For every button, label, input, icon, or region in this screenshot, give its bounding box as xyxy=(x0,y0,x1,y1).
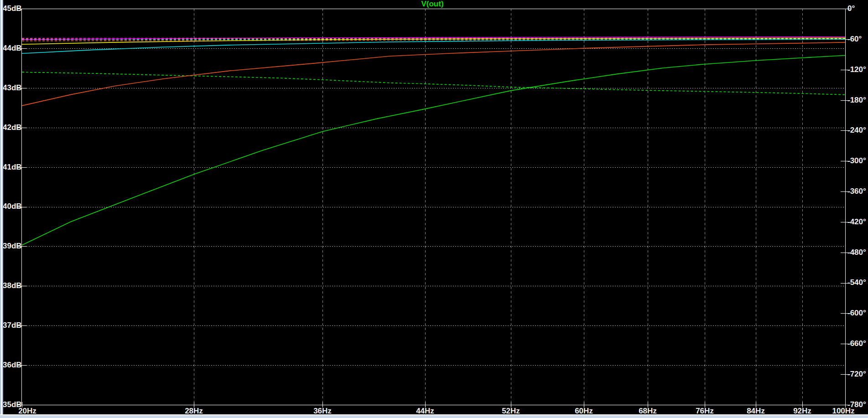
trace-gain-red xyxy=(22,42,845,106)
left-axis-label: 39dB xyxy=(3,242,30,250)
right-axis-label: -480° xyxy=(847,248,868,257)
plot-area[interactable] xyxy=(0,0,868,418)
right-axis-label: -540° xyxy=(847,279,868,287)
trace-gain-cyan xyxy=(22,39,845,53)
right-axis-label: -180° xyxy=(847,96,868,104)
left-axis-label: 43dB xyxy=(3,84,30,92)
left-axis-label: 36dB xyxy=(3,361,30,369)
right-axis-label: -720° xyxy=(847,370,868,378)
trace-legend-title[interactable]: V(out) xyxy=(421,0,443,8)
right-axis-label: -600° xyxy=(847,309,868,317)
left-axis-label: 38dB xyxy=(3,282,30,290)
right-axis-label: -120° xyxy=(847,66,868,74)
plot-pane: V(out) 45dB 44dB 43dB 42dB 41dB 40dB 39d… xyxy=(0,0,868,418)
left-axis-label: 40dB xyxy=(3,202,30,211)
left-axis-label: 44dB xyxy=(3,44,30,52)
right-axis-label: -60° xyxy=(847,35,868,43)
right-axis-label: -360° xyxy=(847,187,868,196)
right-axis-label: 0° xyxy=(847,5,868,13)
left-axis-label: 45dB xyxy=(3,5,30,13)
right-axis-label: -240° xyxy=(847,126,868,134)
right-axis-label: -300° xyxy=(847,157,868,165)
left-axis-label: 42dB xyxy=(3,124,30,132)
window-border-bottom xyxy=(0,414,868,418)
right-axis-label: -660° xyxy=(847,340,868,348)
left-axis-label: 41dB xyxy=(3,163,30,171)
left-axis-label: 37dB xyxy=(3,321,30,330)
right-axis-label: -420° xyxy=(847,218,868,226)
window-border-left xyxy=(0,0,3,418)
trace-phase-green xyxy=(22,72,845,95)
